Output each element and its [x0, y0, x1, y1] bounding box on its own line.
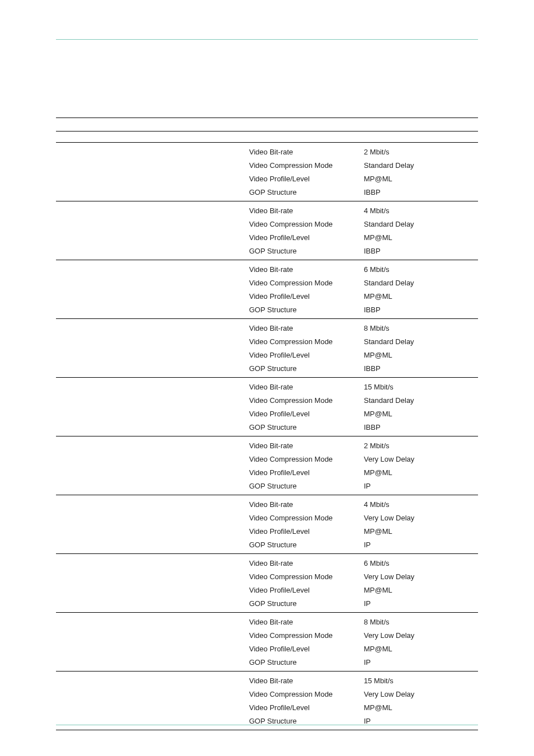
table-row: Video Profile/LevelMP@ML: [56, 231, 478, 244]
table-subheader-bar: [56, 132, 478, 143]
col-empty: [56, 410, 249, 418]
param-value: MP@ML: [364, 351, 478, 359]
table-group: Video Bit-rate6 Mbit/sVideo Compression …: [56, 554, 478, 613]
table-row: Video Profile/LevelMP@ML: [56, 348, 478, 361]
param-value: 8 Mbit/s: [364, 618, 478, 626]
param-value: IP: [364, 658, 478, 666]
param-label: GOP Structure: [249, 364, 364, 373]
param-label: Video Compression Mode: [249, 396, 364, 405]
table-row: Video Profile/LevelMP@ML: [56, 583, 478, 597]
param-label: Video Compression Mode: [249, 337, 364, 346]
main-content: Video Bit-rate2 Mbit/sVideo Compression …: [56, 118, 478, 730]
col-empty: [56, 383, 249, 391]
table-row: Video Compression ModeVery Low Delay: [56, 452, 478, 466]
param-label: Video Compression Mode: [249, 220, 364, 228]
param-value: Very Low Delay: [364, 514, 478, 522]
col-empty: [56, 717, 249, 725]
param-value: IBBP: [364, 423, 478, 431]
param-value: 6 Mbit/s: [364, 265, 478, 274]
param-label: Video Bit-rate: [249, 324, 364, 332]
col-empty: [56, 292, 249, 300]
col-empty: [56, 541, 249, 549]
param-label: Video Compression Mode: [249, 572, 364, 581]
col-empty: [56, 442, 249, 450]
col-empty: [56, 351, 249, 359]
col-empty: [56, 455, 249, 463]
param-label: GOP Structure: [249, 188, 364, 196]
table-row: Video Bit-rate4 Mbit/s: [56, 204, 478, 217]
table-row: Video Bit-rate2 Mbit/s: [56, 439, 478, 452]
table-row: GOP StructureIP: [56, 655, 478, 669]
table-body: Video Bit-rate2 Mbit/sVideo Compression …: [56, 143, 478, 730]
table-row: GOP StructureIP: [56, 597, 478, 610]
col-empty: [56, 599, 249, 608]
param-label: Video Compression Mode: [249, 279, 364, 287]
param-label: Video Bit-rate: [249, 618, 364, 626]
param-label: Video Compression Mode: [249, 631, 364, 640]
param-value: IP: [364, 599, 478, 608]
table-row: Video Compression ModeVery Low Delay: [56, 570, 478, 583]
param-value: 15 Mbit/s: [364, 383, 478, 391]
table-row: Video Compression ModeStandard Delay: [56, 217, 478, 231]
col-empty: [56, 279, 249, 287]
col-empty: [56, 161, 249, 170]
param-value: Standard Delay: [364, 337, 478, 346]
table-row: Video Bit-rate6 Mbit/s: [56, 556, 478, 570]
param-value: IP: [364, 541, 478, 549]
col-empty: [56, 514, 249, 522]
param-label: GOP Structure: [249, 247, 364, 255]
col-empty: [56, 703, 249, 712]
table-row: GOP StructureIBBP: [56, 361, 478, 375]
param-label: GOP Structure: [249, 599, 364, 608]
col-empty: [56, 337, 249, 346]
param-value: IBBP: [364, 364, 478, 373]
param-label: Video Profile/Level: [249, 233, 364, 242]
col-empty: [56, 572, 249, 581]
param-label: GOP Structure: [249, 306, 364, 314]
col-empty: [56, 586, 249, 594]
param-value: IBBP: [364, 247, 478, 255]
table-row: Video Profile/LevelMP@ML: [56, 289, 478, 303]
col-empty: [56, 677, 249, 685]
table-row: Video Profile/LevelMP@ML: [56, 172, 478, 185]
col-empty: [56, 527, 249, 536]
table-row: Video Compression ModeVery Low Delay: [56, 511, 478, 524]
table-row: Video Compression ModeStandard Delay: [56, 335, 478, 348]
param-value: MP@ML: [364, 410, 478, 418]
table-row: Video Compression ModeStandard Delay: [56, 276, 478, 289]
table-row: Video Compression ModeVery Low Delay: [56, 628, 478, 642]
param-label: Video Profile/Level: [249, 586, 364, 594]
col-empty: [56, 265, 249, 274]
param-value: Standard Delay: [364, 279, 478, 287]
table-row: Video Profile/LevelMP@ML: [56, 524, 478, 538]
table-group: Video Bit-rate15 Mbit/sVideo Compression…: [56, 378, 478, 436]
col-empty: [56, 148, 249, 156]
table-group: Video Bit-rate8 Mbit/sVideo Compression …: [56, 613, 478, 672]
param-value: 8 Mbit/s: [364, 324, 478, 332]
table-header-bar: [56, 118, 478, 132]
param-label: Video Bit-rate: [249, 148, 364, 156]
col-empty: [56, 631, 249, 640]
table-row: GOP StructureIBBP: [56, 420, 478, 434]
table-row: Video Compression ModeStandard Delay: [56, 393, 478, 407]
table-row: GOP StructureIBBP: [56, 303, 478, 316]
col-empty: [56, 188, 249, 196]
param-label: Video Compression Mode: [249, 455, 364, 463]
col-empty: [56, 206, 249, 215]
col-empty: [56, 500, 249, 509]
table-group: Video Bit-rate8 Mbit/sVideo Compression …: [56, 319, 478, 378]
param-label: Video Profile/Level: [249, 645, 364, 653]
table-row: GOP StructureIP: [56, 479, 478, 492]
table-row: GOP StructureIP: [56, 714, 478, 727]
param-label: GOP Structure: [249, 482, 364, 490]
table-row: Video Bit-rate8 Mbit/s: [56, 615, 478, 628]
table-group: Video Bit-rate4 Mbit/sVideo Compression …: [56, 201, 478, 260]
param-label: Video Profile/Level: [249, 175, 364, 183]
header-rule: [56, 39, 478, 40]
param-value: MP@ML: [364, 175, 478, 183]
param-label: Video Profile/Level: [249, 527, 364, 536]
table-row: Video Bit-rate15 Mbit/s: [56, 674, 478, 687]
param-value: MP@ML: [364, 586, 478, 594]
param-label: Video Bit-rate: [249, 206, 364, 215]
col-empty: [56, 364, 249, 373]
